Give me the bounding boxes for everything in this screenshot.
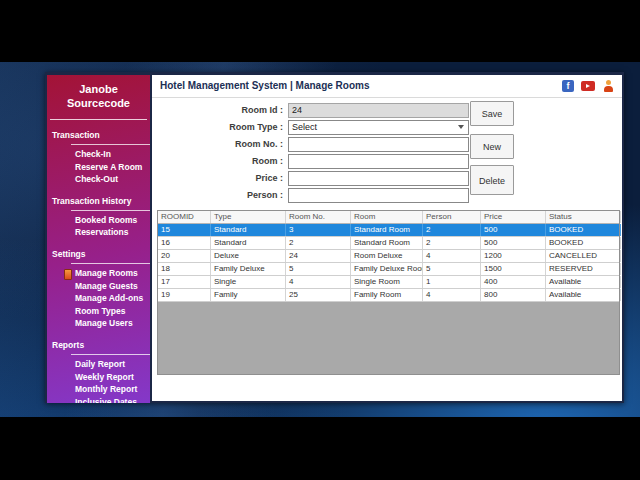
room-type-dropdown[interactable]: Select <box>288 120 469 135</box>
grid-cell: 3 <box>286 224 351 236</box>
sidebar-item-reserve-a-room[interactable]: Reserve A Room <box>47 161 150 174</box>
chevron-down-icon <box>458 125 464 129</box>
sidebar-item-manage-users[interactable]: Manage Users <box>47 317 150 330</box>
user-icon[interactable] <box>602 80 614 92</box>
grid-cell: Deluxe <box>211 250 286 262</box>
grid-header-row[interactable]: ROOMIDTypeRoom No.RoomPersonPriceStatus <box>158 211 619 224</box>
table-row[interactable]: 15Standard3Standard Room2500BOOKED <box>158 224 619 237</box>
grid-cell: Available <box>546 289 621 301</box>
sidebar-item-monthly-report[interactable]: Monthly Report <box>47 383 150 396</box>
form-row-room-type: Room Type : Select <box>152 120 472 134</box>
grid-cell: Single Room <box>351 276 423 288</box>
grid-cell: 1 <box>423 276 481 288</box>
person-field[interactable] <box>288 188 469 203</box>
brand-title: Janobe Sourcecode <box>47 82 150 110</box>
grid-cell: Family Deluxe <box>211 263 286 275</box>
grid-cell: Standard <box>211 224 286 236</box>
sidebar-item-manage-rooms[interactable]: Manage Rooms <box>47 267 150 280</box>
room-id-field[interactable]: 24 <box>288 103 469 118</box>
grid-cell: Family Room <box>351 289 423 301</box>
youtube-icon[interactable] <box>581 81 595 91</box>
sidebar-item-manage-guests[interactable]: Manage Guests <box>47 280 150 293</box>
room-field[interactable] <box>288 154 469 169</box>
grid-cell: Person <box>423 211 481 223</box>
grid-cell: Standard <box>211 237 286 249</box>
letterbox-top <box>0 0 640 62</box>
brand-title-line1: Janobe <box>47 82 150 96</box>
facebook-icon[interactable]: f <box>562 80 574 92</box>
table-row[interactable]: 20Deluxe24Room Deluxe41200CANCELLED <box>158 250 619 263</box>
field-label: Price : <box>152 173 288 183</box>
sidebar-item-booked-rooms[interactable]: Booked Rooms <box>47 214 150 227</box>
grid-cell: Single <box>211 276 286 288</box>
social-icons: f <box>562 80 614 92</box>
table-row[interactable]: 16Standard2Standard Room2500BOOKED <box>158 237 619 250</box>
grid-cell: Room No. <box>286 211 351 223</box>
grid-cell: 5 <box>423 263 481 275</box>
grid-cell: 17 <box>158 276 211 288</box>
sidebar-section-settings: Settings <box>47 249 150 260</box>
grid-cell: 19 <box>158 289 211 301</box>
field-label: Room No. : <box>152 139 288 149</box>
grid-cell: 400 <box>481 276 546 288</box>
form-row-room-no: Room No. : <box>152 137 472 151</box>
grid-cell: Room Deluxe <box>351 250 423 262</box>
sidebar-item-reservations[interactable]: Reservations <box>47 226 150 239</box>
divider <box>152 97 622 98</box>
grid-empty-area <box>158 302 619 374</box>
rooms-grid[interactable]: ROOMIDTypeRoom No.RoomPersonPriceStatus1… <box>157 210 620 375</box>
grid-cell: Price <box>481 211 546 223</box>
form-row-person: Person : <box>152 188 472 202</box>
grid-cell: 1200 <box>481 250 546 262</box>
grid-cell: 2 <box>423 224 481 236</box>
grid-cell: Standard Room <box>351 224 423 236</box>
sidebar-item-weekly-report[interactable]: Weekly Report <box>47 371 150 384</box>
action-buttons: SaveNewDelete <box>470 101 514 195</box>
grid-cell: 16 <box>158 237 211 249</box>
field-label: Room Id : <box>152 105 288 115</box>
sidebar-item-check-out[interactable]: Check-Out <box>47 173 150 186</box>
field-label: Room : <box>152 156 288 166</box>
grid-cell: Family <box>211 289 286 301</box>
divider <box>71 144 150 145</box>
sidebar-section-transaction: Transaction <box>47 130 150 141</box>
sidebar-item-inclusive-dates[interactable]: Inclusive Dates <box>47 396 150 403</box>
sidebar-sections: Transaction Check-InReserve A RoomCheck-… <box>47 130 150 403</box>
new-button[interactable]: New <box>470 134 514 159</box>
grid-cell: Room <box>351 211 423 223</box>
grid-cell: BOOKED <box>546 237 621 249</box>
sidebar-item-daily-report[interactable]: Daily Report <box>47 358 150 371</box>
grid-cell: 500 <box>481 224 546 236</box>
sidebar-item-room-types[interactable]: Room Types <box>47 305 150 318</box>
sidebar-item-manage-add-ons[interactable]: Manage Add-ons <box>47 292 150 305</box>
grid-cell: 4 <box>423 289 481 301</box>
price-field[interactable] <box>288 171 469 186</box>
brand-title-line2: Sourcecode <box>47 96 150 110</box>
room-no-field[interactable] <box>288 137 469 152</box>
grid-cell: 5 <box>286 263 351 275</box>
table-row[interactable]: 19Family25Family Room4800Available <box>158 289 619 302</box>
form-row-price: Price : <box>152 171 472 185</box>
grid-cell: Family Deluxe Room <box>351 263 423 275</box>
grid-cell: 15 <box>158 224 211 236</box>
room-form: Room Id : 24 Room Type : Select Room No.… <box>152 103 472 202</box>
grid-cell: Type <box>211 211 286 223</box>
sidebar-item-check-in[interactable]: Check-In <box>47 148 150 161</box>
delete-button[interactable]: Delete <box>470 165 514 195</box>
grid-cell: 2 <box>286 237 351 249</box>
sidebar-section-transaction-history: Transaction History <box>47 196 150 207</box>
grid-cell: 1500 <box>481 263 546 275</box>
grid-cell: BOOKED <box>546 224 621 236</box>
divider <box>71 210 150 211</box>
form-row-room: Room : <box>152 154 472 168</box>
book-icon <box>64 269 72 280</box>
grid-cell: 2 <box>423 237 481 249</box>
grid-cell: ROOMID <box>158 211 211 223</box>
table-row[interactable]: 18Family Deluxe5Family Deluxe Room51500R… <box>158 263 619 276</box>
save-button[interactable]: Save <box>470 101 514 126</box>
grid-cell: Standard Room <box>351 237 423 249</box>
table-row[interactable]: 17Single4Single Room1400Available <box>158 276 619 289</box>
grid-cell: 4 <box>286 276 351 288</box>
grid-cell: 500 <box>481 237 546 249</box>
divider <box>71 354 150 355</box>
